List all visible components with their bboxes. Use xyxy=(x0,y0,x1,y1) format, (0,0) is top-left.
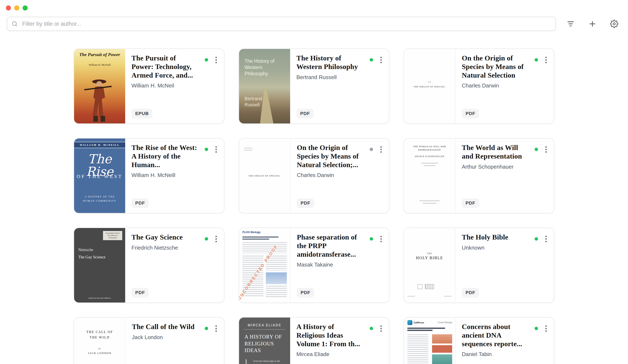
book-meta xyxy=(205,145,220,154)
series-label: Cambridge Texts in the History of Philos… xyxy=(103,231,122,240)
gear-icon xyxy=(610,20,618,28)
book-card[interactable]: PLOS Biology UNCORRECTED PROOF Phase sep… xyxy=(239,228,389,303)
sync-status-dot xyxy=(205,237,208,241)
book-menu-button[interactable] xyxy=(542,234,550,243)
book-menu-button[interactable] xyxy=(542,324,550,333)
book-menu-button[interactable] xyxy=(212,234,220,243)
cover-author: WILLIAM H. McNEILL xyxy=(74,142,125,148)
search-input[interactable] xyxy=(7,17,556,31)
book-menu-button[interactable] xyxy=(377,234,385,243)
book-menu-button[interactable] xyxy=(212,145,220,154)
book-menu-button[interactable] xyxy=(377,324,385,333)
text-bar xyxy=(242,242,287,253)
book-author: Friedrich Nietzsche xyxy=(132,244,218,251)
book-meta xyxy=(370,234,385,243)
figure-placeholder xyxy=(432,345,452,353)
book-author: Masak Takaine xyxy=(297,261,383,268)
book-cover: CellPress Current Biology xyxy=(404,317,456,364)
cover-title: THE ORIGIN OF SPECIES. xyxy=(239,175,290,177)
text-bar xyxy=(242,236,278,238)
book-author: Daniel Tabin xyxy=(462,351,548,358)
filter-lines-icon xyxy=(566,20,575,28)
publisher-logo xyxy=(417,284,422,289)
sync-status-dot xyxy=(535,148,538,151)
window-controls xyxy=(6,5,28,10)
book-meta xyxy=(535,324,550,333)
figure-placeholder xyxy=(266,272,287,284)
book-card[interactable]: The Pursuit of Power William H. McNeill … xyxy=(74,49,224,124)
settings-button[interactable] xyxy=(607,17,621,31)
book-cover: The History of Western Philosophy Bertra… xyxy=(239,49,290,123)
book-cover: Cambridge Texts in the History of Philos… xyxy=(74,228,125,303)
cover-author: Nietzsche xyxy=(78,248,93,252)
cover-title: THE CALL OF xyxy=(74,330,125,334)
book-author: William H. McNeil xyxy=(132,82,218,89)
book-meta xyxy=(205,324,220,333)
book-card[interactable]: WILLIAM H. McNEILL The Rise OF THE WEST … xyxy=(74,138,224,213)
book-menu-button[interactable] xyxy=(542,55,550,64)
format-badge: PDF xyxy=(297,198,314,208)
publisher-logo xyxy=(425,284,434,289)
sync-status-dot xyxy=(535,327,538,330)
format-badge: EPUB xyxy=(132,109,153,119)
cover-title: THE ORIGIN OF SPECIES. xyxy=(404,85,455,88)
cover-by: BY xyxy=(74,348,125,350)
format-badge: PDF xyxy=(132,288,149,298)
book-menu-button[interactable] xyxy=(542,145,550,154)
book-card[interactable]: MIRCEA ELIADE A HISTORY OF RELIGIOUS IDE… xyxy=(239,317,389,364)
sync-status-dot xyxy=(205,148,208,151)
filter-button[interactable] xyxy=(563,17,578,31)
book-meta xyxy=(535,55,550,64)
book-menu-button[interactable] xyxy=(212,324,220,333)
publisher-logo xyxy=(407,320,412,325)
book-grid[interactable]: The Pursuit of Power William H. McNeill … xyxy=(74,49,554,364)
book-menu-button[interactable] xyxy=(377,55,385,64)
book-cover: MIRCEA ELIADE A HISTORY OF RELIGIOUS IDE… xyxy=(239,317,290,364)
journal-name: Current Biology xyxy=(438,321,452,324)
text-bar xyxy=(423,203,436,204)
book-meta xyxy=(205,55,220,64)
book-cover: THE WORLD AS WILL AND REPRESENTATION ART… xyxy=(404,138,456,213)
cover-author: ARTHUR SCHOPENHAUER xyxy=(404,155,455,158)
cover-author: MIRCEA ELIADE xyxy=(239,323,290,327)
book-card[interactable]: The History of Western Philosophy Bertra… xyxy=(239,49,389,124)
format-badge: PDF xyxy=(297,288,314,298)
text-bar xyxy=(266,286,287,298)
musketeer-illustration xyxy=(74,75,125,123)
book-card[interactable]: THE HOLY BIBLE The Holy Bible Unknown PD… xyxy=(404,228,554,303)
cover-author: Bertrand Russell xyxy=(244,96,274,108)
book-author: Arthur Schopenhauer xyxy=(462,164,548,170)
text-bar xyxy=(407,330,432,331)
format-badge: PDF xyxy=(462,288,479,298)
toolbar xyxy=(7,17,621,31)
add-book-button[interactable] xyxy=(585,17,600,31)
book-meta xyxy=(370,324,385,333)
format-badge: PDF xyxy=(132,198,149,208)
book-card[interactable]: Cambridge Texts in the History of Philos… xyxy=(74,228,224,303)
book-card[interactable]: THE CALL OF THE WILD BY JACK LONDON The … xyxy=(74,317,224,364)
book-author: Bertrand Russell xyxy=(296,74,383,80)
book-meta xyxy=(370,55,385,64)
book-card[interactable]: CellPress Current Biology Concerns about… xyxy=(404,317,554,364)
maximize-button[interactable] xyxy=(23,5,28,10)
close-button[interactable] xyxy=(6,5,11,10)
book-cover: The Pursuit of Power William H. McNeill xyxy=(74,49,125,123)
book-card[interactable]: THE ORIGIN OF SPECIES. On the Origin of … xyxy=(239,138,389,213)
text-bar xyxy=(242,239,269,240)
text-bar xyxy=(419,200,440,201)
book-card[interactable]: THE WORLD AS WILL AND REPRESENTATION ART… xyxy=(404,138,554,213)
book-menu-button[interactable] xyxy=(212,55,220,64)
publisher-name: CellPress xyxy=(414,321,424,324)
book-cover: THE ORIGIN OF SPECIES. xyxy=(239,138,291,213)
book-author: Jack London xyxy=(132,334,218,341)
minimize-button[interactable] xyxy=(14,5,19,10)
book-menu-button[interactable] xyxy=(377,145,385,154)
sync-status-dot xyxy=(205,327,208,330)
sync-status-dot xyxy=(370,327,373,330)
cover-title: The Gay Science xyxy=(78,255,105,259)
book-author: Charles Darwin xyxy=(297,172,383,179)
book-card[interactable]: THE ORIGIN OF SPECIES. On the Origin of … xyxy=(404,49,554,124)
text-bar xyxy=(407,334,428,364)
cover-title: THE WILD xyxy=(74,336,125,339)
book-cover: THE ORIGIN OF SPECIES. xyxy=(404,49,456,123)
